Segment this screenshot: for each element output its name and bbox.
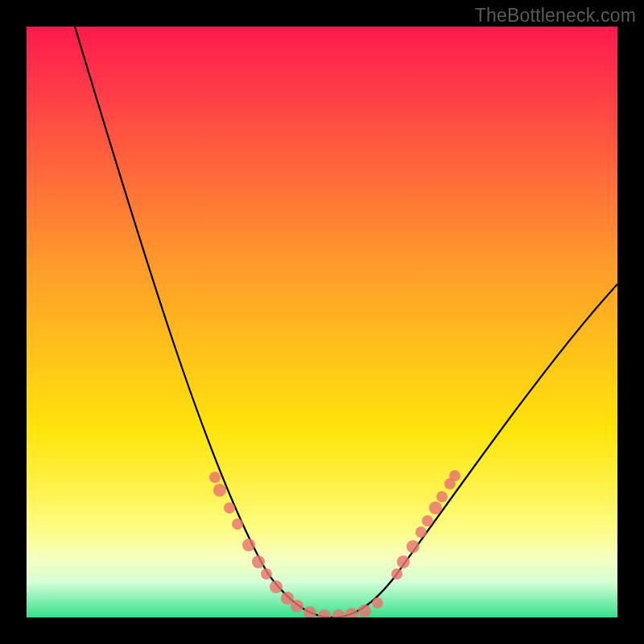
data-point: [422, 515, 433, 526]
data-point: [291, 600, 303, 613]
data-point: [209, 472, 221, 483]
data-point: [270, 580, 283, 593]
right-curve: [332, 284, 617, 617]
data-point: [372, 597, 383, 609]
chart-frame: TheBottleneck.com: [0, 0, 644, 644]
data-point: [345, 608, 358, 617]
data-point: [449, 470, 460, 481]
data-point: [242, 539, 255, 551]
data-point: [391, 568, 402, 580]
data-point: [358, 605, 371, 617]
data-point: [407, 540, 419, 553]
curve-layer: [27, 27, 617, 617]
data-point: [429, 502, 442, 514]
data-point: [224, 502, 235, 514]
data-point: [303, 606, 316, 617]
data-point: [436, 491, 448, 502]
watermark-text: TheBottleneck.com: [475, 5, 636, 27]
data-point: [318, 609, 331, 617]
plot-area: [27, 27, 617, 617]
left-curve: [75, 27, 332, 617]
data-point: [261, 568, 272, 580]
markers: [209, 470, 460, 617]
data-point: [213, 484, 226, 497]
data-point: [415, 526, 427, 538]
data-point: [397, 555, 410, 568]
data-point: [252, 555, 265, 568]
data-point: [232, 518, 243, 530]
data-point: [332, 609, 345, 617]
